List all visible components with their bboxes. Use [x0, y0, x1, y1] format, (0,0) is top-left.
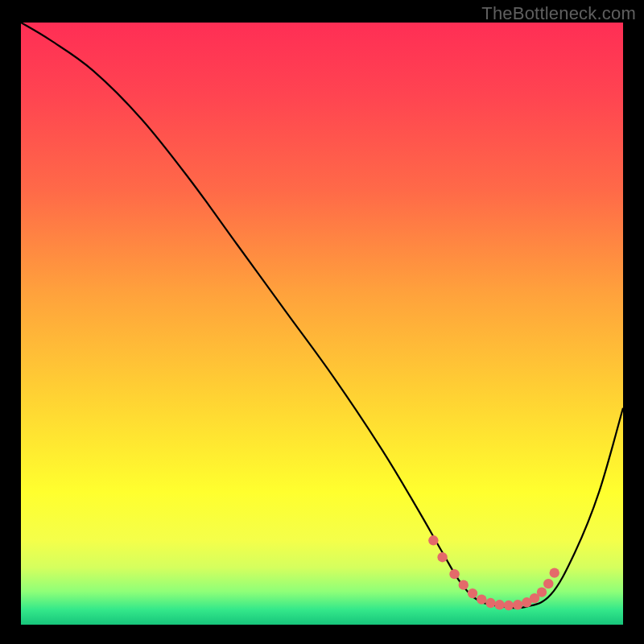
- marker-dot: [485, 598, 495, 608]
- chart-frame: TheBottleneck.com: [0, 0, 644, 644]
- watermark-text: TheBottleneck.com: [481, 3, 636, 24]
- marker-dot: [504, 601, 514, 610]
- marker-dot: [449, 569, 459, 579]
- marker-dot: [494, 600, 504, 609]
- marker-dot: [459, 580, 469, 589]
- chart-svg: [21, 23, 623, 625]
- marker-dot: [468, 588, 477, 598]
- marker-dot: [477, 594, 486, 604]
- chart-plot: [21, 23, 623, 625]
- marker-dot: [543, 579, 553, 588]
- marker-dot: [537, 587, 547, 597]
- marker-dot: [550, 568, 559, 577]
- gradient-rect: [21, 23, 623, 625]
- marker-dot: [428, 535, 438, 545]
- marker-dot: [437, 552, 447, 562]
- marker-dot: [513, 600, 522, 609]
